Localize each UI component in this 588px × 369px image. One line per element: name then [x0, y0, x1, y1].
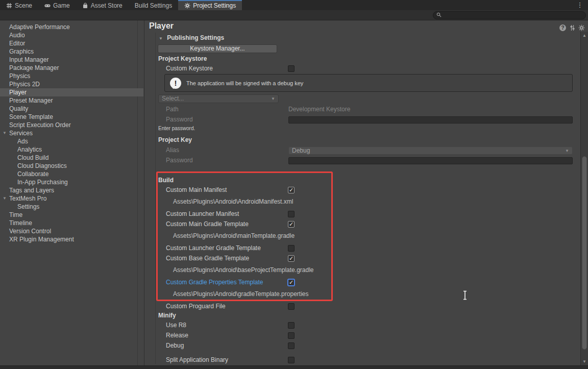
sidebar-item-analytics[interactable]: Analytics — [0, 145, 143, 154]
minify-release-checkbox[interactable] — [288, 332, 295, 339]
status-bar — [0, 365, 588, 369]
grid-icon — [6, 3, 12, 9]
scrollbar-thumb[interactable] — [582, 156, 587, 350]
sidebar-item-in-app-purchasing[interactable]: In-App Purchasing — [0, 178, 143, 186]
split-application-binary-checkbox[interactable] — [288, 357, 295, 363]
tab-label: Scene — [15, 2, 32, 9]
sidebar-item-preset-manager[interactable]: Preset Manager — [0, 96, 143, 105]
scroll-up-arrow-icon[interactable] — [581, 32, 588, 39]
minify-debug-checkbox[interactable] — [288, 342, 295, 349]
sidebar-item-time[interactable]: Time — [0, 211, 143, 219]
gear-icon — [184, 3, 190, 9]
sidebar-item-graphics[interactable]: Graphics — [0, 47, 143, 56]
custom-gradle-properties-template-label: Custom Gradle Properties Template — [166, 278, 263, 286]
main-gradle-template-path: Assets\Plugins\Android\mainTemplate.grad… — [173, 232, 295, 240]
sidebar-item-collaborate[interactable]: Collaborate — [0, 170, 143, 178]
info-message: The application will be signed with a de… — [186, 75, 303, 92]
custom-launcher-manifest-label: Custom Launcher Manifest — [166, 210, 239, 218]
custom-launcher-gradle-template-checkbox[interactable] — [288, 245, 295, 252]
settings-sidebar: Adaptive Performance Audio Editor Graphi… — [0, 20, 144, 365]
sidebar-item-adaptive-performance[interactable]: Adaptive Performance — [0, 23, 143, 31]
custom-launcher-gradle-template-label: Custom Launcher Gradle Template — [166, 244, 261, 252]
sidebar-item-version-control[interactable]: Version Control — [0, 227, 143, 235]
gear-icon[interactable] — [578, 24, 585, 31]
bag-icon — [82, 3, 88, 9]
foldout-arrow-icon[interactable] — [2, 129, 8, 137]
project-key-header: Project Key — [158, 136, 192, 144]
tab-game[interactable]: Game — [38, 0, 76, 10]
sidebar-item-tags-and-layers[interactable]: Tags and Layers — [0, 186, 143, 194]
sidebar-item-audio[interactable]: Audio — [0, 31, 143, 39]
foldout-arrow-icon: ▼ — [159, 36, 163, 41]
sidebar-item-package-manager[interactable]: Package Manager — [0, 64, 143, 72]
keystore-info-box: ! The application will be signed with a … — [164, 74, 573, 92]
search-input[interactable] — [442, 12, 582, 19]
sidebar-item-xr-plugin-management[interactable]: XR Plugin Management — [0, 235, 143, 243]
keystore-password-field[interactable] — [288, 116, 573, 124]
minify-header: Minify — [158, 311, 176, 319]
sidebar-item-textmesh-pro[interactable]: TextMesh Pro — [0, 194, 143, 203]
gamepad-icon — [44, 3, 51, 9]
tab-build-settings[interactable]: Build Settings — [129, 0, 178, 10]
vertical-scrollbar — [580, 32, 588, 365]
custom-launcher-manifest-checkbox[interactable] — [288, 211, 295, 217]
custom-keystore-checkbox[interactable] — [288, 65, 295, 72]
sidebar-item-quality[interactable]: Quality — [0, 105, 143, 113]
custom-proguard-file-checkbox[interactable] — [288, 303, 295, 310]
keystore-manager-button[interactable]: Keystore Manager... — [158, 44, 277, 53]
sidebar-item-script-execution-order[interactable]: Script Execution Order — [0, 121, 143, 129]
scroll-down-arrow-icon[interactable] — [581, 358, 588, 365]
search-box[interactable] — [433, 11, 586, 19]
custom-main-gradle-template-checkbox[interactable] — [288, 221, 295, 228]
build-header: Build — [158, 176, 174, 184]
unity-project-settings-window: Scene Game Asset Store Build Settings Pr… — [0, 0, 588, 369]
gradle-properties-template-path: Assets\Plugins\Android\gradleTemplate.pr… — [173, 290, 308, 298]
tab-label: Project Settings — [193, 2, 236, 9]
alias-dropdown[interactable]: Debug — [288, 146, 573, 155]
custom-gradle-properties-template-checkbox[interactable] — [288, 279, 295, 286]
sidebar-item-timeline[interactable]: Timeline — [0, 219, 143, 227]
keystore-select-dropdown[interactable]: Select... — [158, 94, 279, 103]
search-icon — [436, 12, 442, 19]
foldout-arrow-icon[interactable] — [2, 194, 8, 203]
text-cursor — [462, 290, 468, 300]
presets-icon[interactable] — [569, 24, 576, 31]
page-title: Player — [149, 21, 174, 31]
keystore-password-label: Password — [166, 115, 193, 124]
kebab-menu-icon[interactable] — [576, 0, 584, 10]
key-password-label: Password — [166, 156, 193, 164]
minify-release-label: Release — [166, 331, 188, 339]
help-icon[interactable] — [559, 24, 566, 31]
sidebar-item-scene-template[interactable]: Scene Template — [0, 113, 143, 121]
custom-base-gradle-template-label: Custom Base Gradle Template — [166, 254, 249, 262]
tab-project-settings[interactable]: Project Settings — [178, 0, 242, 10]
sidebar-item-cloud-build[interactable]: Cloud Build — [0, 154, 143, 162]
path-label: Path — [166, 105, 179, 113]
sidebar-item-editor[interactable]: Editor — [0, 39, 143, 47]
split-application-binary-label: Split Application Binary — [166, 356, 228, 364]
info-bubble-icon: ! — [170, 78, 181, 89]
sidebar-item-services[interactable]: Services — [0, 129, 143, 137]
tab-label: Build Settings — [135, 2, 172, 9]
minify-debug-label: Debug — [166, 341, 184, 350]
key-password-field[interactable] — [288, 157, 573, 164]
sidebar-item-input-manager[interactable]: Input Manager — [0, 56, 143, 64]
sidebar-item-ads[interactable]: Ads — [0, 137, 143, 145]
sidebar-item-physics-2d[interactable]: Physics 2D — [0, 80, 143, 88]
main-manifest-path: Assets\Plugins\Android\AndroidManifest.x… — [173, 198, 293, 206]
custom-main-manifest-checkbox[interactable] — [288, 187, 295, 193]
tab-scene[interactable]: Scene — [0, 0, 38, 10]
chevron-down-icon — [565, 147, 569, 155]
base-gradle-template-path: Assets\Plugins\Android\baseProjectTempla… — [173, 266, 313, 274]
tab-asset-store[interactable]: Asset Store — [76, 0, 129, 10]
path-value: Development Keystore — [288, 105, 350, 113]
custom-base-gradle-template-checkbox[interactable] — [288, 255, 295, 262]
publishing-settings-foldout[interactable]: ▼ Publishing Settings — [159, 34, 224, 42]
tab-bar: Scene Game Asset Store Build Settings Pr… — [0, 0, 588, 10]
use-r8-checkbox[interactable] — [288, 322, 295, 329]
sidebar-item-physics[interactable]: Physics — [0, 72, 143, 80]
scope-indent-line — [155, 33, 156, 364]
sidebar-item-cloud-diagnostics[interactable]: Cloud Diagnostics — [0, 162, 143, 170]
sidebar-item-tmp-settings[interactable]: Settings — [0, 203, 143, 211]
sidebar-item-player[interactable]: Player — [0, 88, 143, 96]
